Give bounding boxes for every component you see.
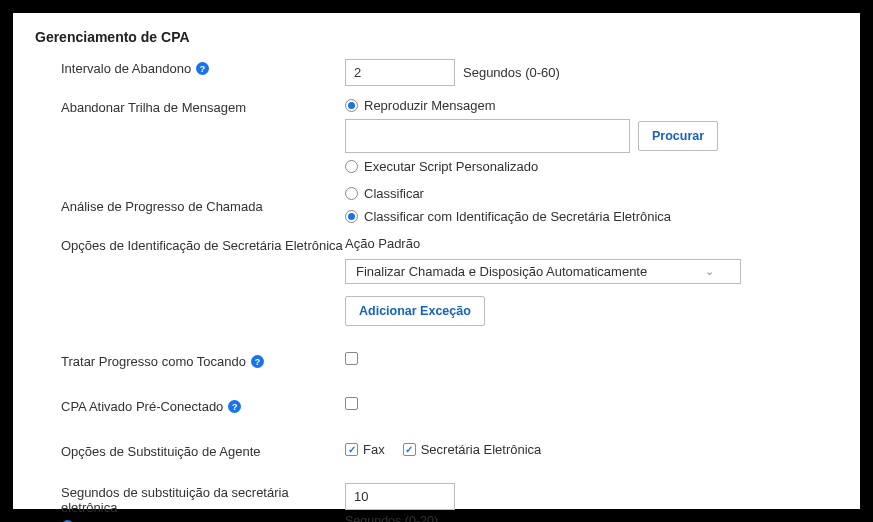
am-label: Secretária Eletrônica: [421, 442, 542, 457]
section-title: Gerenciamento de CPA: [35, 29, 838, 45]
label-text: Tratar Progresso como Tocando: [61, 354, 246, 369]
label-text: Segundos de substituição da secretária e…: [61, 485, 345, 515]
label-text: Opções de Identificação de Secretária El…: [61, 238, 343, 253]
row-abandon-trail: Abandonar Trilha de Mensagem Reproduzir …: [35, 98, 838, 174]
abandon-interval-unit: Segundos (0-60): [463, 65, 560, 80]
label-text: CPA Ativado Pré-Conectado: [61, 399, 223, 414]
label-override-seconds: Segundos de substituição da secretária e…: [35, 483, 345, 522]
default-action-label: Ação Padrão: [345, 236, 451, 251]
override-seconds-input[interactable]: [345, 483, 455, 510]
cpa-management-panel: Gerenciamento de CPA Intervalo de Abando…: [13, 13, 860, 509]
fax-label: Fax: [363, 442, 385, 457]
label-text: Análise de Progresso de Chamada: [61, 199, 263, 214]
row-am-options: Opções de Identificação de Secretária El…: [35, 236, 838, 284]
help-icon[interactable]: ?: [196, 62, 209, 75]
row-agent-override: Opções de Substituição de Agente Fax Sec…: [35, 442, 838, 459]
label-abandon-interval: Intervalo de Abandono ?: [35, 59, 345, 76]
am-checkbox[interactable]: [403, 443, 416, 456]
select-value: Finalizar Chamada e Disposição Automatic…: [356, 264, 647, 279]
fax-checkbox[interactable]: [345, 443, 358, 456]
radio-script-label: Executar Script Personalizado: [364, 159, 538, 174]
row-override-seconds: Segundos de substituição da secretária e…: [35, 483, 838, 522]
chevron-down-icon: ⌄: [705, 265, 714, 278]
row-call-progress: Análise de Progresso de Chamada Classifi…: [35, 186, 838, 224]
label-text: Abandonar Trilha de Mensagem: [61, 100, 246, 115]
radio-classify-am-label: Classificar com Identificação de Secretá…: [364, 209, 671, 224]
label-agent-override: Opções de Substituição de Agente: [35, 442, 345, 459]
override-seconds-unit: Segundos (0-20): [345, 514, 438, 522]
radio-classify-label: Classificar: [364, 186, 424, 201]
row-abandon-interval: Intervalo de Abandono ? Segundos (0-60): [35, 59, 838, 86]
label-cpa-preconnect: CPA Ativado Pré-Conectado ?: [35, 397, 345, 414]
help-icon[interactable]: ?: [251, 355, 264, 368]
row-add-exception: Adicionar Exceção: [35, 296, 838, 326]
row-cpa-preconnect: CPA Ativado Pré-Conectado ?: [35, 397, 838, 414]
treat-progress-checkbox[interactable]: [345, 352, 358, 365]
add-exception-button[interactable]: Adicionar Exceção: [345, 296, 485, 326]
abandon-interval-input[interactable]: [345, 59, 455, 86]
label-text: Opções de Substituição de Agente: [61, 444, 260, 459]
radio-run-script[interactable]: [345, 160, 358, 173]
message-file-input[interactable]: [345, 119, 630, 153]
label-call-progress: Análise de Progresso de Chamada: [35, 197, 345, 214]
radio-classify-am[interactable]: [345, 210, 358, 223]
row-treat-progress: Tratar Progresso como Tocando ?: [35, 352, 838, 369]
radio-classify[interactable]: [345, 187, 358, 200]
radio-reproduce-label: Reproduzir Mensagem: [364, 98, 496, 113]
browse-button[interactable]: Procurar: [638, 121, 718, 151]
label-am-options: Opções de Identificação de Secretária El…: [35, 236, 345, 253]
default-action-select[interactable]: Finalizar Chamada e Disposição Automatic…: [345, 259, 741, 284]
label-abandon-trail: Abandonar Trilha de Mensagem: [35, 98, 345, 115]
radio-reproduce-message[interactable]: [345, 99, 358, 112]
help-icon[interactable]: ?: [228, 400, 241, 413]
label-text: Intervalo de Abandono: [61, 61, 191, 76]
cpa-preconnect-checkbox[interactable]: [345, 397, 358, 410]
label-treat-progress: Tratar Progresso como Tocando ?: [35, 352, 345, 369]
